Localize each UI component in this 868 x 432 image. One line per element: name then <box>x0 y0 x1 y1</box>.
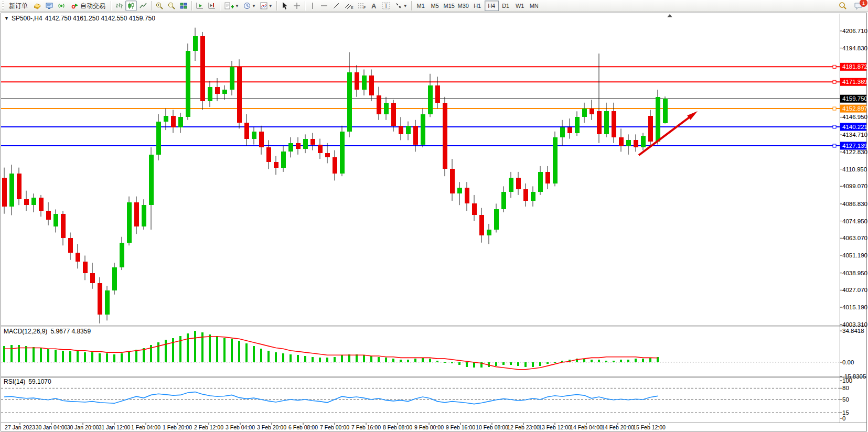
level-line-handle[interactable] <box>833 107 836 110</box>
rsi-indicator-label: RSI(14)59.1070 <box>4 378 55 385</box>
candle-body <box>98 283 102 315</box>
candle-body <box>325 153 330 157</box>
macd-histogram-bar <box>414 359 416 362</box>
zoom-in-icon[interactable] <box>154 1 165 11</box>
order-book-icon[interactable] <box>31 1 43 11</box>
auto-scroll-icon[interactable] <box>194 1 206 11</box>
tf-mn-button[interactable]: MN <box>527 1 541 11</box>
level-line-handle[interactable] <box>833 80 836 83</box>
macd-histogram-bar <box>510 362 512 365</box>
horizontal-line-tool-icon[interactable] <box>318 1 330 11</box>
tf-m15-button[interactable]: M15 <box>442 1 456 11</box>
crosshair-icon[interactable] <box>291 1 303 11</box>
template-dropdown-caret[interactable]: ▼ <box>269 4 273 8</box>
toolbar-separator <box>220 1 220 10</box>
macd-histogram-bar <box>106 353 108 362</box>
chart-title: ▼ SP500-,H4 4142.750 4161.250 4142.550 4… <box>4 15 155 22</box>
macd-histogram-bar <box>620 360 622 362</box>
macd-histogram-bar <box>10 345 13 362</box>
candle-body <box>421 114 425 145</box>
indicators-add-icon[interactable]: ▼ <box>222 1 241 11</box>
vertical-line-tool-icon[interactable] <box>307 1 318 11</box>
macd-histogram-bar <box>444 362 446 363</box>
macd-histogram-bar <box>627 360 629 362</box>
new-order-button[interactable]: 新订单 <box>6 1 31 11</box>
fibonacci-tool-icon[interactable]: F <box>356 1 368 11</box>
macd-histogram-bar <box>165 340 167 362</box>
candle-body <box>68 238 73 253</box>
indicators-dropdown-caret[interactable]: ▼ <box>235 4 239 8</box>
macd-histogram-bar <box>326 358 328 362</box>
tile-windows-icon[interactable] <box>178 1 189 11</box>
arrows-dropdown-caret[interactable]: ▼ <box>403 4 408 8</box>
level-line-handle[interactable] <box>833 125 836 128</box>
chart-shift-marker[interactable] <box>667 14 672 17</box>
candle-body <box>296 143 301 149</box>
macd-histogram-bar <box>598 360 600 362</box>
tf-h4-button[interactable]: H4 <box>485 1 499 11</box>
candle-body <box>134 202 139 227</box>
text-label-tool-icon[interactable]: T <box>380 1 392 11</box>
tf-w1-button[interactable]: W1 <box>513 1 527 11</box>
candle-body <box>656 97 660 142</box>
chart-shift-icon[interactable] <box>206 1 218 11</box>
cursor-icon[interactable] <box>279 1 291 11</box>
bar-chart-icon[interactable] <box>113 1 125 11</box>
template-icon[interactable]: ▼ <box>258 1 274 11</box>
macd-histogram-bar <box>290 354 292 362</box>
level-line-handle[interactable] <box>833 144 836 147</box>
toolbar-separator <box>305 1 305 10</box>
price-level-badge-label: 4171.369 <box>842 79 867 85</box>
period-dropdown-caret[interactable]: ▼ <box>252 4 256 8</box>
rsi-name: RSI(14) <box>4 378 25 385</box>
line-chart-icon[interactable] <box>137 1 149 11</box>
search-icon[interactable] <box>837 1 849 11</box>
macd-histogram-bar <box>370 356 372 362</box>
candle-body <box>516 178 521 189</box>
tf-m5-button[interactable]: M5 <box>428 1 442 11</box>
macd-histogram-bar <box>407 360 409 362</box>
toolbar-separator <box>151 1 152 10</box>
candle-body <box>76 253 80 262</box>
candlestick-chart-icon[interactable] <box>125 1 137 11</box>
time-axis-label: 9 Feb 16:00 <box>446 424 475 430</box>
terminal-icon[interactable] <box>44 1 55 11</box>
tf-m30-button[interactable]: M30 <box>456 1 470 11</box>
text-tool-icon[interactable]: A <box>369 1 379 11</box>
level-line-handle[interactable] <box>833 65 836 68</box>
time-axis-label: 30 Jan 04:00 <box>36 424 68 430</box>
macd-histogram-bar <box>385 358 387 362</box>
candle-body <box>413 126 418 145</box>
trendline-tool-icon[interactable] <box>330 1 342 11</box>
tf-h1-button[interactable]: H1 <box>470 1 485 11</box>
macd-histogram-bar <box>473 362 475 368</box>
candle-body <box>171 116 176 127</box>
macd-histogram-bar <box>62 351 64 362</box>
equidistant-channel-tool-icon[interactable]: E <box>342 1 355 11</box>
macd-histogram-bar <box>649 358 651 362</box>
symbol-dropdown-icon[interactable]: ▼ <box>4 16 9 21</box>
candle-body <box>465 188 469 203</box>
tf-d1-button[interactable]: D1 <box>499 1 513 11</box>
price-axis-tick-label: 4051.190 <box>842 252 867 258</box>
macd-histogram-bar <box>304 356 306 362</box>
candle-body <box>377 95 381 114</box>
fibo-tool-letter: F <box>363 6 366 9</box>
candle-body <box>208 87 212 102</box>
rsi-axis-tick-label: 100 <box>842 377 852 384</box>
zoom-out-icon[interactable] <box>166 1 177 11</box>
macd-histogram-bar <box>275 352 277 362</box>
period-clock-icon[interactable]: ▼ <box>241 1 258 11</box>
macd-histogram-bar <box>539 362 541 366</box>
notifications-chat-icon[interactable]: 1 <box>852 1 865 11</box>
tf-m1-button[interactable]: M1 <box>414 1 428 11</box>
candle-body <box>120 243 124 267</box>
candle-body <box>428 85 433 114</box>
macd-histogram-bar <box>245 343 248 362</box>
signal-icon[interactable] <box>56 1 67 11</box>
macd-histogram-bar <box>400 360 402 362</box>
auto-trading-button[interactable]: 自动交易 <box>68 1 109 11</box>
arrows-tool-icon[interactable]: ▼ <box>393 1 409 11</box>
candle-body <box>560 127 565 137</box>
candle-body <box>149 155 154 205</box>
